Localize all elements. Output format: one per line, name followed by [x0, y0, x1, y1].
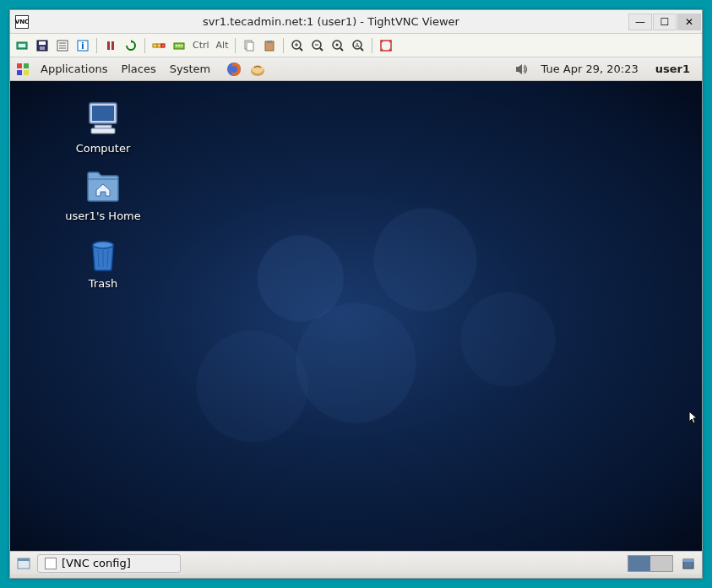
ctrl-key-toggle[interactable]: Ctrl	[191, 40, 211, 51]
svg-rect-21	[247, 42, 253, 51]
save-icon[interactable]	[34, 37, 51, 54]
new-connection-icon[interactable]	[14, 37, 30, 54]
svg-rect-3	[39, 41, 46, 45]
svg-text:A: A	[356, 42, 360, 49]
svg-point-50	[93, 242, 113, 248]
task-label: [VNC config]	[62, 557, 131, 569]
workspace-switcher	[628, 555, 673, 572]
options-icon[interactable]	[54, 37, 71, 54]
window-title: svr1.tecadmin.net:1 (user1) - TightVNC V…	[34, 15, 628, 28]
taskbar-task-vnc-config[interactable]: [VNC config]	[37, 554, 181, 573]
desktop-area[interactable]: Computer user1's Home Trash	[10, 81, 702, 551]
trash-applet-icon[interactable]	[680, 556, 697, 571]
svg-text:i: i	[81, 41, 84, 52]
zoom-100-icon[interactable]	[329, 37, 346, 54]
ctrl-alt-del-icon[interactable]	[150, 37, 167, 54]
send-keys-icon[interactable]	[171, 37, 188, 54]
alt-key-toggle[interactable]: Alt	[215, 40, 231, 51]
svg-point-33	[336, 43, 339, 46]
svg-rect-38	[17, 63, 22, 68]
svg-rect-12	[111, 41, 114, 50]
clock[interactable]: Tue Apr 29, 20:23	[534, 63, 644, 75]
firefox-launcher-icon[interactable]	[226, 61, 242, 78]
svg-line-29	[320, 48, 323, 51]
svg-rect-57	[683, 559, 693, 562]
svg-line-25	[300, 48, 302, 51]
desktop-icon-home[interactable]: user1's Home	[52, 166, 154, 222]
desktop-icon-computer[interactable]: Computer	[52, 98, 154, 155]
menu-applications[interactable]: Applications	[34, 59, 114, 79]
menu-system[interactable]: System	[163, 59, 217, 79]
svg-line-35	[361, 48, 363, 51]
desktop-icon-trash[interactable]: Trash	[52, 233, 154, 290]
desktop-icon-label: Computer	[52, 142, 154, 155]
svg-rect-47	[92, 106, 114, 121]
fullscreen-icon[interactable]	[378, 37, 394, 54]
show-desktop-button[interactable]	[15, 556, 32, 571]
svg-rect-41	[24, 70, 29, 75]
window-icon	[45, 558, 57, 569]
mouse-cursor-icon	[688, 411, 698, 428]
workspace-2[interactable]	[650, 556, 672, 571]
zoom-auto-icon[interactable]: A	[350, 37, 367, 54]
minimize-button[interactable]: —	[628, 14, 652, 30]
gnome-bottom-panel: [VNC config]	[10, 551, 702, 574]
svg-rect-4	[40, 46, 45, 50]
home-folder-icon	[83, 166, 123, 206]
svg-rect-11	[107, 41, 110, 50]
user-menu[interactable]: user1	[645, 63, 697, 75]
svg-line-32	[340, 48, 343, 51]
svg-rect-39	[24, 63, 29, 68]
svg-rect-14	[157, 44, 161, 47]
computer-icon	[83, 98, 123, 139]
svg-rect-13	[153, 44, 157, 47]
maximize-button[interactable]: ☐	[653, 14, 677, 30]
vnc-window-titlebar: VNC svr1.tecadmin.net:1 (user1) - TightV…	[10, 10, 702, 34]
svg-point-43	[231, 66, 237, 73]
help-launcher-icon[interactable]	[249, 61, 266, 78]
vnc-app-icon: VNC	[15, 15, 29, 29]
close-button[interactable]: ✕	[677, 14, 701, 30]
copy-icon[interactable]	[241, 37, 258, 54]
vnc-toolbar: i Ctrl Alt	[10, 34, 702, 57]
volume-icon[interactable]	[514, 61, 530, 78]
svg-rect-1	[19, 44, 25, 47]
zoom-in-icon[interactable]	[289, 37, 306, 54]
paste-icon[interactable]	[261, 37, 278, 54]
menu-places[interactable]: Places	[114, 59, 162, 79]
desktop-icon-label: Trash	[52, 277, 154, 290]
pause-icon[interactable]	[102, 37, 119, 54]
svg-point-18	[178, 45, 180, 46]
gnome-logo-icon	[15, 62, 30, 77]
svg-point-17	[176, 45, 177, 46]
svg-rect-49	[91, 128, 115, 133]
svg-rect-15	[161, 44, 165, 47]
svg-rect-55	[18, 558, 30, 561]
svg-point-19	[181, 45, 182, 46]
svg-rect-48	[95, 125, 111, 128]
workspace-1[interactable]	[628, 556, 650, 571]
gnome-top-panel: Applications Places System Tue Apr 29, 2…	[10, 57, 702, 81]
trash-icon	[83, 233, 123, 274]
svg-rect-40	[17, 70, 22, 75]
info-icon[interactable]: i	[74, 37, 91, 54]
desktop-icon-label: user1's Home	[52, 210, 154, 222]
zoom-out-icon[interactable]	[309, 37, 326, 54]
refresh-icon[interactable]	[122, 37, 139, 54]
svg-rect-23	[267, 41, 272, 43]
